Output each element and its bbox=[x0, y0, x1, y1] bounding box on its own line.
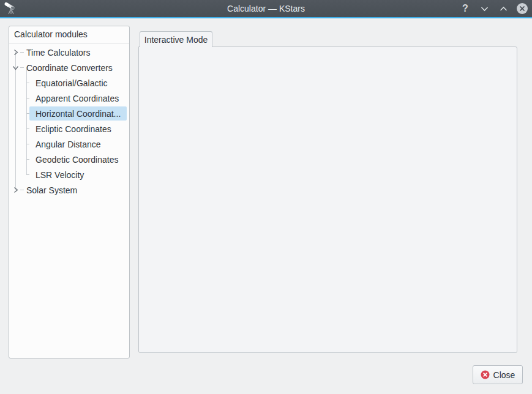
tree-item-label-selected[interactable]: Horizontal Coordinat... bbox=[29, 106, 127, 121]
calculator-modules-panel: Calculator modules Time Calculators Coor… bbox=[9, 26, 130, 359]
sidebar-item-lsr-velocity[interactable]: LSR Velocity bbox=[10, 167, 129, 182]
calculator-window: Calculator — KStars ? Calculator modules bbox=[0, 0, 532, 394]
sidebar-item-geodetic-coordinates[interactable]: Geodetic Coordinates bbox=[10, 152, 129, 167]
tree-tick bbox=[20, 52, 24, 53]
sidebar-item-time-calculators[interactable]: Time Calculators bbox=[10, 45, 129, 60]
interactive-mode-panel bbox=[138, 46, 517, 353]
tree-item-label: Time Calculators bbox=[26, 48, 91, 58]
help-icon[interactable]: ? bbox=[459, 2, 471, 15]
tree-item-label[interactable]: LSR Velocity bbox=[29, 168, 127, 182]
tab-interactive-mode[interactable]: Interactive Mode bbox=[140, 31, 212, 47]
titlebar: Calculator — KStars ? bbox=[0, 0, 532, 17]
window-title: Calculator — KStars bbox=[0, 4, 532, 13]
sidebar-item-solar-system[interactable]: Solar System bbox=[10, 182, 129, 198]
tree-tick bbox=[20, 190, 24, 190]
maximize-chevron-up-icon[interactable] bbox=[497, 2, 509, 15]
collapsed-arrow-icon[interactable] bbox=[12, 187, 19, 193]
tree-item-label[interactable]: Geodetic Coordinates bbox=[29, 152, 127, 166]
sidebar-item-ecliptic-coordinates[interactable]: Ecliptic Coordinates bbox=[10, 121, 129, 136]
titlebar-accent-line bbox=[0, 17, 532, 18]
tree-item-label: Coordinate Converters bbox=[26, 63, 113, 73]
dialog-close-icon bbox=[481, 370, 490, 379]
tree-tick bbox=[20, 67, 24, 68]
sidebar-item-horizontal-coordinates[interactable]: Horizontal Coordinat... bbox=[10, 106, 129, 121]
sidebar-item-coordinate-converters[interactable]: Coordinate Converters bbox=[10, 60, 129, 75]
close-button-label: Close bbox=[493, 370, 515, 380]
tree-item-label[interactable]: Equatorial/Galactic bbox=[29, 76, 127, 90]
modules-tree: Time Calculators Coordinate Converters E… bbox=[10, 45, 129, 198]
tree-item-label[interactable]: Angular Distance bbox=[29, 137, 127, 151]
kstars-telescope-icon bbox=[4, 2, 18, 15]
tab-label: Interactive Mode bbox=[144, 35, 208, 45]
close-button[interactable]: Close bbox=[473, 365, 523, 384]
modules-header: Calculator modules bbox=[9, 26, 129, 43]
minimize-chevron-down-icon[interactable] bbox=[478, 2, 490, 15]
tree-item-label[interactable]: Apparent Coordinates bbox=[29, 91, 127, 105]
sidebar-item-apparent-coordinates[interactable]: Apparent Coordinates bbox=[10, 91, 129, 106]
sidebar-item-equatorial-galactic[interactable]: Equatorial/Galactic bbox=[10, 75, 129, 91]
tree-item-label[interactable]: Ecliptic Coordinates bbox=[29, 122, 127, 136]
expanded-arrow-icon[interactable] bbox=[12, 64, 19, 71]
close-icon[interactable] bbox=[516, 2, 528, 15]
tree-item-label: Solar System bbox=[26, 185, 77, 195]
collapsed-arrow-icon[interactable] bbox=[12, 49, 19, 56]
sidebar-item-angular-distance[interactable]: Angular Distance bbox=[10, 136, 129, 152]
